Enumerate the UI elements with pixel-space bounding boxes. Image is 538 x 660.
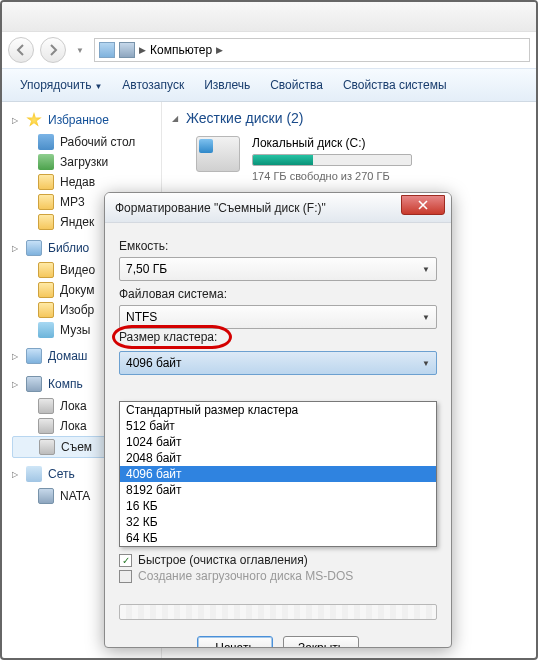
network-icon — [26, 466, 42, 482]
filesystem-label: Файловая система: — [119, 287, 437, 301]
dropdown-option[interactable]: 2048 байт — [120, 450, 436, 466]
sidebar-favorites-header[interactable]: ▷Избранное — [12, 112, 161, 128]
sidebar-item-recent[interactable]: Недав — [12, 172, 161, 192]
computer-icon — [119, 42, 135, 58]
back-button[interactable] — [8, 37, 34, 63]
drive-icon — [39, 439, 55, 455]
folder-icon — [38, 194, 54, 210]
quick-format-checkbox[interactable]: ✓ Быстрое (очистка оглавления) — [119, 552, 437, 568]
folder-icon — [38, 174, 54, 190]
downloads-icon — [38, 154, 54, 170]
dropdown-option[interactable]: 1024 байт — [120, 434, 436, 450]
capacity-label: Емкость: — [119, 239, 437, 253]
close-icon — [418, 200, 428, 210]
twisty-icon: ▷ — [12, 244, 20, 252]
hdd-icon — [196, 136, 240, 172]
computer-icon — [26, 376, 42, 392]
dropdown-option[interactable]: 32 КБ — [120, 514, 436, 530]
music-icon — [38, 322, 54, 338]
dropdown-option[interactable]: Стандартный размер кластера — [120, 402, 436, 418]
twisty-icon: ▷ — [12, 470, 20, 478]
dialog-titlebar[interactable]: Форматирование "Съемный диск (F:)" — [105, 193, 451, 223]
eject-button[interactable]: Извлечь — [196, 74, 258, 96]
drive-space-bar — [252, 154, 412, 166]
cluster-size-dropdown: Стандартный размер кластера 512 байт 102… — [119, 401, 437, 547]
forward-button[interactable] — [40, 37, 66, 63]
folder-icon — [38, 262, 54, 278]
capacity-combo[interactable]: 7,50 ГБ ▼ — [119, 257, 437, 281]
boot-disk-checkbox: Создание загрузочного диска MS-DOS — [119, 568, 437, 584]
homegroup-icon — [26, 348, 42, 364]
twisty-icon: ▷ — [12, 116, 20, 124]
dialog-title: Форматирование "Съемный диск (F:)" — [115, 201, 326, 215]
drive-name: Локальный диск (C:) — [252, 136, 526, 150]
explorer-icon — [99, 42, 115, 58]
twisty-icon: ▷ — [12, 352, 20, 360]
folder-icon — [38, 302, 54, 318]
chevron-right-icon: ▶ — [216, 45, 223, 55]
sidebar-item-desktop[interactable]: Рабочий стол — [12, 132, 161, 152]
nav-row: ▼ ▶ Компьютер ▶ — [2, 32, 536, 68]
dropdown-option[interactable]: 8192 байт — [120, 482, 436, 498]
drive-icon — [38, 418, 54, 434]
twisty-icon: ▷ — [12, 380, 20, 388]
dropdown-option-selected[interactable]: 4096 байт — [120, 466, 436, 482]
highlight-callout: Размер кластера: — [112, 325, 232, 349]
sidebar-item-downloads[interactable]: Загрузки — [12, 152, 161, 172]
format-progress — [119, 604, 437, 620]
window-titlebar — [2, 2, 536, 32]
start-button[interactable]: Начать — [197, 636, 273, 648]
properties-button[interactable]: Свойства — [262, 74, 331, 96]
chevron-right-icon: ▶ — [139, 45, 146, 55]
desktop-icon — [38, 134, 54, 150]
close-button[interactable] — [401, 195, 445, 215]
chevron-down-icon: ▼ — [422, 359, 430, 368]
hdd-group-header[interactable]: ◢Жесткие диски (2) — [172, 110, 526, 126]
drive-item[interactable]: Локальный диск (C:) 174 ГБ свободно из 2… — [196, 136, 526, 182]
dropdown-option[interactable]: 64 КБ — [120, 530, 436, 546]
computer-icon — [38, 488, 54, 504]
autorun-button[interactable]: Автозапуск — [114, 74, 192, 96]
checkbox-icon: ✓ — [119, 554, 132, 567]
library-icon — [26, 240, 42, 256]
format-dialog: Форматирование "Съемный диск (F:)" Емкос… — [104, 192, 452, 648]
history-dropdown-icon[interactable]: ▼ — [72, 40, 88, 60]
chevron-down-icon: ▼ — [422, 313, 430, 322]
toolbar: Упорядочить▼ Автозапуск Извлечь Свойства… — [2, 68, 536, 102]
breadcrumb-text[interactable]: Компьютер — [150, 43, 212, 57]
twisty-down-icon: ◢ — [172, 114, 180, 122]
system-properties-button[interactable]: Свойства системы — [335, 74, 455, 96]
breadcrumb[interactable]: ▶ Компьютер ▶ — [94, 38, 530, 62]
cluster-size-combo[interactable]: 4096 байт ▼ — [119, 351, 437, 375]
folder-icon — [38, 282, 54, 298]
checkbox-icon — [119, 570, 132, 583]
dropdown-option[interactable]: 16 КБ — [120, 498, 436, 514]
organize-button[interactable]: Упорядочить▼ — [12, 74, 110, 96]
star-icon — [26, 112, 42, 128]
folder-icon — [38, 214, 54, 230]
chevron-down-icon: ▼ — [422, 265, 430, 274]
drive-free-text: 174 ГБ свободно из 270 ГБ — [252, 170, 526, 182]
dropdown-option[interactable]: 512 байт — [120, 418, 436, 434]
drive-icon — [38, 398, 54, 414]
cluster-size-label: Размер кластера: — [119, 330, 217, 344]
close-dialog-button[interactable]: Закрыть — [283, 636, 359, 648]
